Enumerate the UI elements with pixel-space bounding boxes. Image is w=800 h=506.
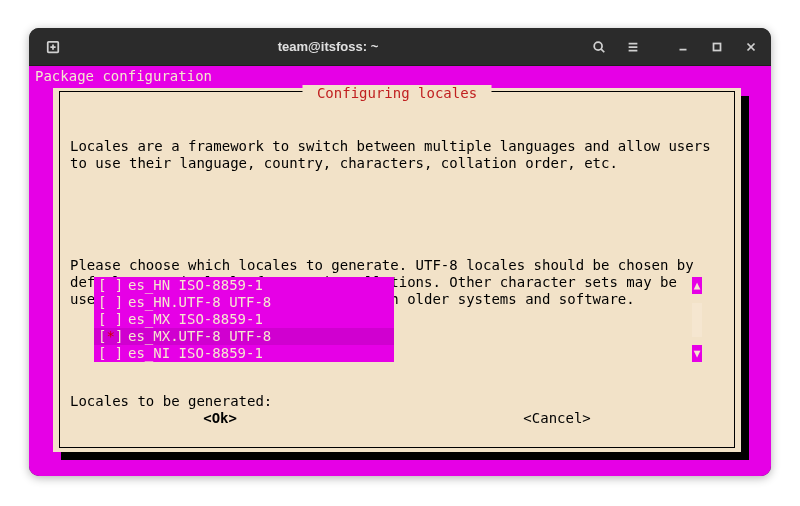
dialog-prompt: Locales to be generated: — [70, 393, 724, 410]
terminal-window: team@itsfoss: ~ Package configuration — [29, 28, 771, 476]
dialog-para-1: Locales are a framework to switch betwee… — [70, 138, 724, 172]
checkbox-icon: [ ] — [94, 294, 128, 311]
svg-rect-9 — [714, 43, 721, 50]
list-item[interactable]: [ ] es_HN ISO-8859-1 — [94, 277, 394, 294]
list-item[interactable]: [ ] es_HN.UTF-8 UTF-8 — [94, 294, 394, 311]
minimize-button[interactable] — [669, 33, 697, 61]
search-icon — [592, 40, 606, 54]
config-dialog: Configuring locales Locales are a framew… — [53, 88, 741, 452]
checkbox-icon: [ ] — [94, 345, 128, 362]
locale-listbox[interactable]: [ ] es_HN ISO-8859-1 [ ] es_HN.UTF-8 UTF… — [94, 277, 394, 362]
ok-button[interactable]: <Ok> — [203, 410, 237, 427]
scroll-down-icon[interactable]: ▼ — [692, 345, 702, 362]
list-item-label: es_MX ISO-8859-1 — [128, 311, 263, 328]
maximize-button[interactable] — [703, 33, 731, 61]
close-button[interactable] — [737, 33, 765, 61]
package-config-header: Package configuration — [35, 68, 212, 85]
scrollbar[interactable]: ▲ ▼ — [692, 277, 702, 362]
dialog-buttons: <Ok> <Cancel> — [60, 410, 734, 427]
cancel-button[interactable]: <Cancel> — [523, 410, 590, 427]
dialog-title: Configuring locales — [302, 85, 491, 102]
menu-button[interactable] — [619, 33, 647, 61]
checkbox-icon: [*] — [94, 328, 128, 345]
plus-box-icon — [46, 40, 60, 54]
list-item-label: es_HN ISO-8859-1 — [128, 277, 263, 294]
list-item[interactable]: [*] es_MX.UTF-8 UTF-8 — [94, 328, 394, 345]
dialog-body: Locales are a framework to switch betwee… — [70, 104, 724, 444]
svg-line-4 — [601, 49, 604, 52]
checkbox-icon: [ ] — [94, 311, 128, 328]
close-icon — [744, 40, 758, 54]
window-title: team@itsfoss: ~ — [71, 39, 585, 54]
minimize-icon — [676, 40, 690, 54]
svg-point-3 — [594, 42, 602, 50]
checkbox-icon: [ ] — [94, 277, 128, 294]
scroll-thumb[interactable] — [692, 303, 702, 337]
maximize-icon — [710, 40, 724, 54]
list-item-label: es_HN.UTF-8 UTF-8 — [128, 294, 271, 311]
hamburger-icon — [626, 40, 640, 54]
scroll-up-icon[interactable]: ▲ — [692, 277, 702, 294]
dialog-border: Configuring locales Locales are a framew… — [59, 91, 735, 448]
list-item[interactable]: [ ] es_MX ISO-8859-1 — [94, 311, 394, 328]
terminal-area[interactable]: Package configuration Configuring locale… — [29, 66, 771, 476]
new-tab-button[interactable] — [39, 33, 67, 61]
search-button[interactable] — [585, 33, 613, 61]
titlebar: team@itsfoss: ~ — [29, 28, 771, 66]
list-item-label: es_NI ISO-8859-1 — [128, 345, 263, 362]
list-item-label: es_MX.UTF-8 UTF-8 — [128, 328, 271, 345]
list-item[interactable]: [ ] es_NI ISO-8859-1 — [94, 345, 394, 362]
